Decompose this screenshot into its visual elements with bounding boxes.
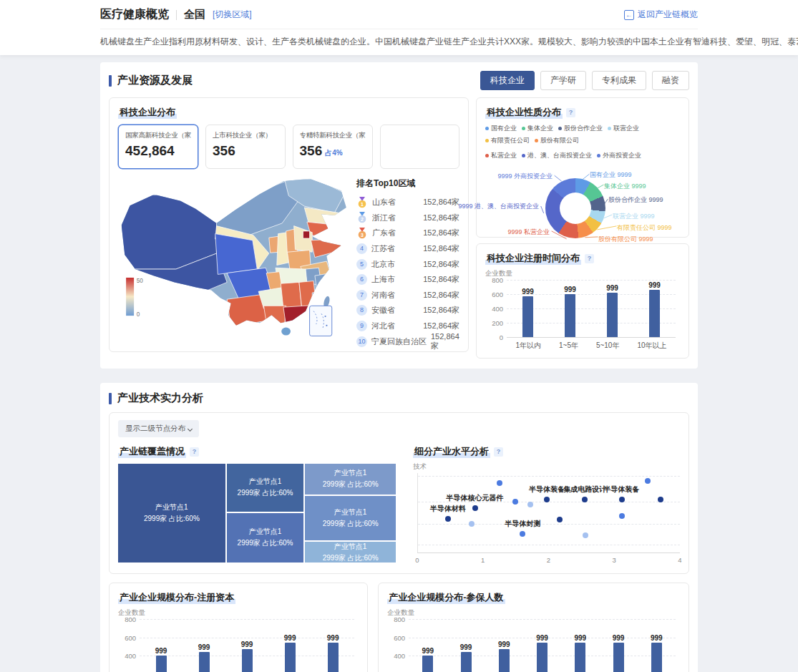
tab-专利成果[interactable]: 专利成果	[592, 71, 646, 90]
region-value: 152,864家	[423, 228, 459, 238]
legend-dot	[522, 154, 525, 157]
node-name: 产业节点1	[249, 527, 282, 537]
scatter-point-label: 集成电路设计	[563, 484, 606, 495]
insured-scale-card: 产业企业规模分布-参保人数 企业数量 800600400200099999999…	[378, 583, 689, 672]
gridline	[418, 476, 680, 477]
stat-label: 专精特新科技企业（家）	[300, 131, 366, 140]
bar-value-label: 999	[648, 281, 661, 289]
x-tick-label: 2	[547, 556, 550, 564]
treemap-cell[interactable]: 产业节点12999家 占比:60%	[118, 464, 225, 563]
bar	[537, 643, 548, 672]
bar	[156, 656, 167, 672]
stat-card[interactable]: 上市科技企业（家）356	[205, 125, 286, 169]
x-category-label: 1~5年	[559, 341, 578, 351]
legend-dot	[608, 127, 611, 130]
back-to-overview-link[interactable]: ← 返回产业链概览	[624, 9, 698, 21]
region-value: 152,864家	[423, 290, 459, 301]
bar-value-label: 999	[498, 641, 510, 648]
donut-callout-label: 联营企业 9999	[613, 212, 655, 221]
stat-value: 356占4%	[300, 143, 366, 159]
y-tick-label: 800	[388, 615, 405, 623]
scatter-point-label: 半导体装备	[529, 484, 565, 495]
dropdown-label: 显示二级节点分布	[125, 424, 185, 434]
stat-label: 上市科技企业（家）	[213, 131, 278, 140]
bar-value-label: 999	[198, 643, 210, 651]
donut-legend: 国有企业集体企业股份合作企业联营企业有限责任公司股份有限公司私营企业港、澳、台商…	[485, 124, 680, 160]
help-icon[interactable]: ?	[190, 447, 199, 457]
tab-科技企业[interactable]: 科技企业	[480, 71, 535, 90]
bar	[285, 643, 296, 672]
bar	[499, 649, 510, 672]
legend-item: 有限责任公司	[485, 136, 530, 145]
scatter-point	[557, 517, 563, 522]
bar-value-label: 999	[606, 284, 618, 292]
node-level-dropdown[interactable]: 显示二级节点分布	[118, 420, 199, 437]
legend-item: 集体企业	[522, 124, 553, 133]
region-name: 北京市	[371, 259, 419, 270]
scatter-point	[527, 502, 533, 507]
tech-analysis-box: 显示二级节点分布 产业链覆盖情况? 产业节点12999家 占比:60%产业节点1…	[109, 412, 689, 574]
treemap-cell[interactable]: 产业节点12999家 占比:60%	[227, 464, 304, 512]
treemap-cell[interactable]: 产业节点12999家 占比:60%	[305, 464, 396, 495]
gridline	[507, 337, 676, 338]
bars-container: 999999999999999999999	[409, 619, 676, 672]
stat-label: 国家高新科技企业（家）	[125, 131, 191, 140]
y-axis-label: 企业数量	[387, 608, 680, 618]
stat-card[interactable]: 专精特新科技企业（家）356占4%	[293, 125, 373, 169]
rank-badge: 5	[356, 259, 367, 270]
stat-card[interactable]: 国家高新科技企业（家）452,864	[118, 125, 198, 169]
ranking-row: 6上海市152,864家	[356, 272, 459, 288]
help-icon[interactable]: ?	[585, 254, 594, 263]
ranking-row: 7河南省152,864家	[356, 288, 459, 303]
legend-item: 股份有限公司	[535, 136, 579, 145]
medal-3-icon: 3	[356, 228, 368, 239]
donut-callout-label: 9999 港、澳、台商投资企业	[458, 202, 539, 211]
scatter-point	[445, 516, 451, 522]
section-accent-bar	[109, 75, 112, 87]
bar-value-label: 999	[327, 634, 339, 642]
legend-label: 联营企业	[613, 124, 639, 133]
region-name: 河南省	[371, 290, 419, 301]
node-desc: 2999家 占比:60%	[238, 488, 293, 498]
region-value: 152,864家	[423, 321, 459, 331]
registration-time-card: 科技企业注册时间分布? 企业数量 80060040020009999999999…	[476, 243, 689, 359]
node-desc: 2999家 占比:60%	[144, 514, 200, 524]
tab-融资[interactable]: 融资	[652, 71, 689, 90]
top-bar: 医疗健康概览 全国 [切换区域] ← 返回产业链概览 机械键盘生产企业指利用原材…	[0, 0, 798, 55]
south-china-sea-inset	[310, 306, 332, 336]
legend-label: 港、澳、台商投资企业	[527, 151, 592, 160]
rank-badge: 7	[356, 290, 367, 301]
scatter-point	[520, 531, 525, 537]
scatter-point	[469, 521, 475, 527]
help-icon[interactable]: ?	[566, 108, 575, 117]
treemap-cell[interactable]: 产业节点12999家 占比:60%	[305, 542, 396, 563]
region-value: 152,864家	[423, 197, 459, 208]
tab-产学研[interactable]: 产学研	[540, 71, 586, 90]
treemap-cell[interactable]: 产业节点12999家 占比:60%	[227, 513, 304, 563]
gridline	[418, 545, 680, 545]
bar-value-label: 999	[613, 634, 625, 642]
y-tick-label: 400	[119, 652, 136, 660]
treemap-cell[interactable]: 产业节点12999家 占比:60%	[305, 496, 396, 540]
china-choropleth-map: 50 0	[118, 176, 354, 340]
legend-item: 股份合作企业	[558, 124, 603, 133]
svg-text:1: 1	[361, 201, 364, 206]
donut-callout-label: 有限责任公司 9999	[617, 223, 672, 233]
help-icon[interactable]: ?	[494, 447, 503, 457]
scatter-point-label: 半导体封测	[505, 519, 540, 529]
rank-badge: 9	[356, 321, 367, 331]
distribution-title: 科技企业分布	[118, 106, 177, 119]
y-tick-label: 800	[486, 276, 503, 284]
stat-value: 356	[213, 143, 278, 159]
bar-value-label: 999	[422, 647, 434, 655]
hainan-island	[281, 328, 291, 336]
switch-region-link[interactable]: [切换区域]	[213, 9, 252, 21]
bar	[575, 643, 585, 672]
y-tick-label: 400	[388, 652, 405, 660]
rank-badge: 10	[356, 336, 367, 347]
node-name: 产业节点1	[249, 477, 282, 487]
scatter-x-axis: 01234	[417, 556, 680, 566]
node-desc: 2999家 占比:60%	[323, 553, 379, 563]
scatter-point-label: 半导体装备	[604, 484, 640, 495]
donut-callout-label: 国有企业 9999	[590, 170, 632, 180]
